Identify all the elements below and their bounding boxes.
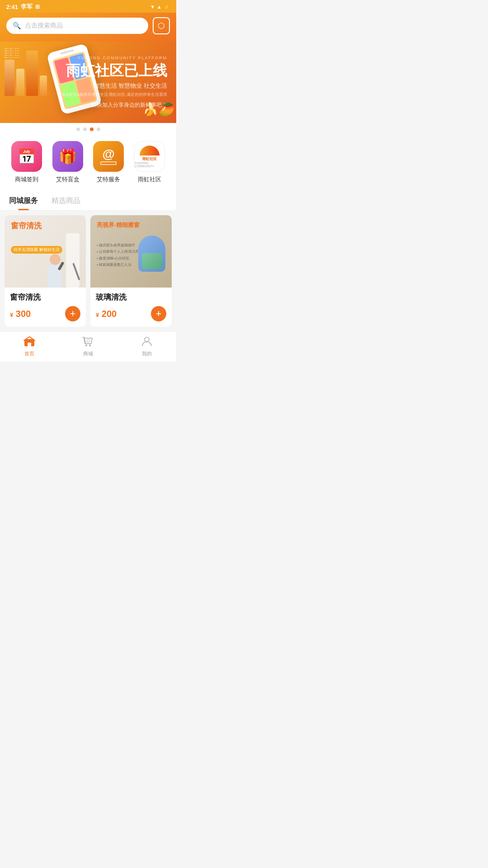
blindbox-icon-box: 🎁 <box>52 141 83 172</box>
glass-currency: ¥ <box>96 311 99 318</box>
mine-label: 我的 <box>142 350 152 357</box>
quick-item-blindbox[interactable]: 🎁 艾特盲盒 <box>47 141 89 184</box>
edit-icon: ⬡ <box>158 21 165 31</box>
user-icon <box>141 335 153 349</box>
glass-info: 玻璃清洗 ¥ 200 + <box>90 288 172 327</box>
curtain-currency: ¥ <box>10 311 13 318</box>
signal-icon: ▲ <box>157 4 162 9</box>
glass-add-button[interactable]: + <box>151 306 166 321</box>
banner-tags: 智慧生活 智慧物业 社交生活 <box>58 82 167 90</box>
dot-2[interactable] <box>83 127 87 131</box>
curtain-person-illustration <box>48 233 80 288</box>
category-tabs: 同城服务 精选商品 <box>0 191 176 211</box>
product-image-curtain: 窗帘清洗 科学去渍除菌 解锁好生活 <box>5 215 86 288</box>
nav-item-shop[interactable]: 商城 <box>59 335 117 357</box>
banner-desc: 朋友&美食&服务和美好生活 雨虹社区,满足您的所有生活需求 <box>58 92 167 98</box>
search-icon: 🔍 <box>13 22 21 30</box>
banner-title: 雨虹社区已上线 <box>58 63 167 79</box>
battery-icon: ⚡ <box>164 4 170 10</box>
banner-dots <box>0 123 176 134</box>
glass-hand-illustration <box>127 220 172 288</box>
blindbox-icon: 🎁 <box>59 148 77 165</box>
bottom-navigation: 首页 商城 我的 <box>0 331 176 362</box>
product-card-curtain: 窗帘清洗 科学去渍除菌 解锁好生活 窗帘清洗 ¥ <box>5 215 86 327</box>
yuhong-label: 雨虹社区 <box>138 175 161 184</box>
quick-item-checkin[interactable]: 📅 商城签到 <box>6 141 47 184</box>
product-card-glass: 亮视界·精细擦窗 • 德式喷头保养超细玻纤 • 让你家每个人上得清洁亮丽 • 极… <box>90 215 172 327</box>
edit-button[interactable]: ⬡ <box>153 17 170 34</box>
curtain-price-value: 300 <box>16 309 31 319</box>
home-icon <box>23 335 35 349</box>
svg-rect-1 <box>28 343 31 346</box>
nav-item-mine[interactable]: 我的 <box>117 335 176 357</box>
nav-item-home[interactable]: 首页 <box>0 335 59 357</box>
tab-selected-products[interactable]: 精选商品 <box>52 196 80 210</box>
glass-price-value: 200 <box>102 309 117 319</box>
svg-point-3 <box>89 344 91 346</box>
search-bar[interactable]: 🔍 点击搜索商品 <box>6 18 148 34</box>
curtain-name: 窗帘清洗 <box>10 292 80 302</box>
grid-icon: ⊞ <box>35 4 40 10</box>
checkin-icon-box: 📅 <box>11 141 42 172</box>
quick-item-yuhong[interactable]: 雨虹社区 YUHONG COMMUNITY 雨虹社区 <box>129 141 170 184</box>
curtain-price: ¥ 300 <box>10 309 31 319</box>
shop-icon <box>82 335 94 349</box>
service-label: 艾特服务 <box>97 175 120 184</box>
time-display: 2:41 <box>6 4 18 10</box>
dot-1[interactable] <box>76 127 80 131</box>
product-image-glass: 亮视界·精细擦窗 • 德式喷头保养超细玻纤 • 让你家每个人上得清洁亮丽 • 极… <box>90 215 172 288</box>
shop-label: 商城 <box>83 350 93 357</box>
fruit-decoration: 🍌🥭 <box>143 102 174 117</box>
home-label: 首页 <box>24 350 34 357</box>
checkin-label: 商城签到 <box>15 175 38 184</box>
glass-price: ¥ 200 <box>96 309 117 319</box>
curtain-info: 窗帘清洗 ¥ 300 + <box>5 288 86 327</box>
curtain-add-button[interactable]: + <box>65 306 80 321</box>
quick-icons-section: 📅 商城签到 🎁 艾特盲盒 @ 艾特服务 雨虹社区 YUHONG COMMUNI… <box>0 134 176 191</box>
yuhong-icon-box: 雨虹社区 YUHONG COMMUNITY <box>134 141 165 172</box>
blindbox-label: 艾特盲盒 <box>56 175 80 184</box>
header: 🔍 点击搜索商品 ⬡ <box>0 13 176 42</box>
service-icon-box: @ <box>93 141 124 172</box>
product-grid: 窗帘清洗 科学去渍除菌 解锁好生活 窗帘清洗 ¥ <box>0 211 176 331</box>
svg-point-4 <box>145 337 149 342</box>
yuhong-logo: 雨虹社区 YUHONG COMMUNITY <box>135 146 164 168</box>
curtain-img-label: 窗帘清洗 <box>11 222 42 231</box>
status-bar: 2:41 李军 ⊞ ▼ ▲ ⚡ <box>0 0 176 13</box>
buildings-decoration <box>5 51 47 96</box>
checkin-icon: 📅 <box>18 148 36 165</box>
banner-subtitle: YUHONG COMMUNITY PLATFORM <box>58 56 167 60</box>
glass-name: 玻璃清洗 <box>96 292 166 302</box>
wifi-icon: ▼ <box>150 4 155 9</box>
tab-local-service[interactable]: 同城服务 <box>9 196 38 210</box>
quick-item-service[interactable]: @ 艾特服务 <box>88 141 129 184</box>
dot-3[interactable] <box>90 127 94 131</box>
svg-point-2 <box>85 344 87 346</box>
search-placeholder-text: 点击搜索商品 <box>25 22 63 30</box>
dot-4[interactable] <box>97 127 100 131</box>
banner: YUHONG COMMUNITY PLATFORM 雨虹社区已上线 智慧生活 智… <box>0 42 176 123</box>
user-name: 李军 <box>21 3 33 11</box>
